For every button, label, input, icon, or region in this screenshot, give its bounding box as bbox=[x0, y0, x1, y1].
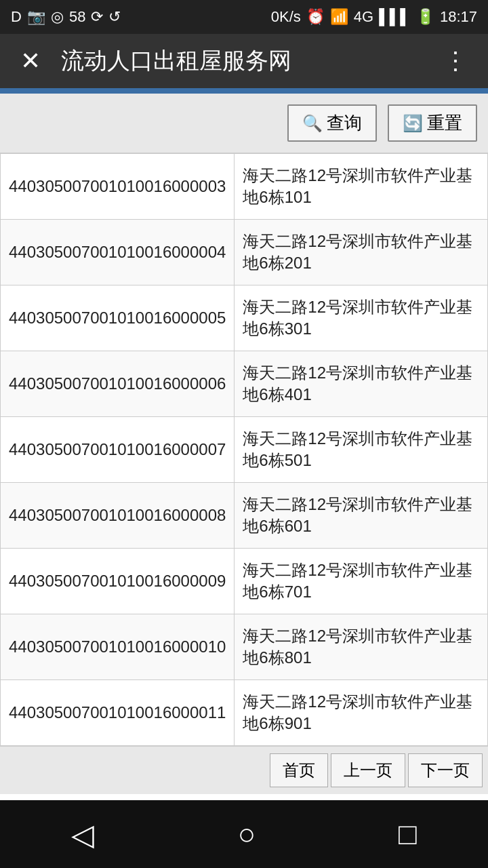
table-cell-id: 440305007001010016000003 bbox=[1, 154, 235, 220]
table-cell-address: 海天二路12号深圳市软件产业基地6栋201 bbox=[235, 220, 488, 285]
table-cell-id: 440305007001010016000007 bbox=[1, 417, 235, 483]
status-left-icons: D 📷 ◎ 58 ⟳ ↺ bbox=[11, 8, 121, 26]
status-right-icons: 0K/s ⏰ 📶 4G ▌▌▌ 🔋 18:17 bbox=[271, 8, 477, 26]
table-cell-id: 440305007001010016000006 bbox=[1, 351, 235, 417]
reset-icon: 🔄 bbox=[403, 114, 423, 133]
circle-icon: ◎ bbox=[51, 8, 64, 26]
table-cell-address: 海天二路12号深圳市软件产业基地6栋701 bbox=[235, 549, 488, 614]
table-cell-id: 440305007001010016000005 bbox=[1, 285, 235, 351]
table-cell-address: 海天二路12号深圳市软件产业基地6栋501 bbox=[235, 417, 488, 483]
table-row[interactable]: 440305007001010016000005海天二路12号深圳市软件产业基地… bbox=[1, 285, 488, 351]
app-title: 流动人口出租屋服务网 bbox=[61, 45, 423, 77]
wifi-icon: 📶 bbox=[330, 8, 348, 26]
query-button[interactable]: 🔍 查询 bbox=[287, 104, 377, 142]
time-label: 18:17 bbox=[440, 8, 477, 26]
table-cell-address: 海天二路12号深圳市软件产业基地6栋801 bbox=[235, 614, 488, 680]
table-cell-address: 海天二路12号深圳市软件产业基地6栋901 bbox=[235, 680, 488, 746]
next-page-button[interactable]: 下一页 bbox=[408, 753, 483, 787]
camera-icon: 📷 bbox=[27, 8, 45, 26]
table-row[interactable]: 440305007001010016000010海天二路12号深圳市软件产业基地… bbox=[1, 614, 488, 680]
table-cell-address: 海天二路12号深圳市软件产业基地6栋301 bbox=[235, 285, 488, 351]
table-cell-address: 海天二路12号深圳市软件产业基地6栋601 bbox=[235, 483, 488, 549]
table-cell-id: 440305007001010016000010 bbox=[1, 614, 235, 680]
nav-bar: ◁ ○ □ bbox=[0, 800, 488, 868]
refresh-icon: ⟳ bbox=[91, 8, 103, 26]
status-bar: D 📷 ◎ 58 ⟳ ↺ 0K/s ⏰ 📶 4G ▌▌▌ 🔋 18:17 bbox=[0, 0, 488, 34]
table-row[interactable]: 440305007001010016000004海天二路12号深圳市软件产业基地… bbox=[1, 220, 488, 285]
close-button[interactable]: ✕ bbox=[14, 44, 47, 78]
table-cell-id: 440305007001010016000004 bbox=[1, 220, 235, 285]
undo-icon: ↺ bbox=[108, 8, 121, 26]
first-page-button[interactable]: 首页 bbox=[270, 753, 328, 787]
table-row[interactable]: 440305007001010016000006海天二路12号深圳市软件产业基地… bbox=[1, 351, 488, 417]
top-blue-bar bbox=[0, 88, 488, 94]
signal-bars: ▌▌▌ bbox=[379, 8, 411, 26]
reset-label: 重置 bbox=[427, 111, 462, 135]
alarm-icon: ⏰ bbox=[306, 8, 325, 26]
battery-icon: 🔋 bbox=[416, 8, 434, 26]
data-table: 440305007001010016000003海天二路12号深圳市软件产业基地… bbox=[0, 153, 488, 746]
menu-button[interactable]: ⋮ bbox=[436, 44, 474, 78]
table-row[interactable]: 440305007001010016000007海天二路12号深圳市软件产业基地… bbox=[1, 417, 488, 483]
app-bar: ✕ 流动人口出租屋服务网 ⋮ bbox=[0, 34, 488, 88]
home-button[interactable]: ○ bbox=[217, 810, 276, 858]
search-toolbar: 🔍 查询 🔄 重置 bbox=[0, 94, 488, 153]
search-icon: 🔍 bbox=[302, 114, 323, 133]
table-row[interactable]: 440305007001010016000009海天二路12号深圳市软件产业基地… bbox=[1, 549, 488, 614]
table-cell-address: 海天二路12号深圳市软件产业基地6栋401 bbox=[235, 351, 488, 417]
table-cell-id: 440305007001010016000009 bbox=[1, 549, 235, 614]
table-row[interactable]: 440305007001010016000008海天二路12号深圳市软件产业基地… bbox=[1, 483, 488, 549]
table-cell-id: 440305007001010016000011 bbox=[1, 680, 235, 746]
table-body: 440305007001010016000003海天二路12号深圳市软件产业基地… bbox=[1, 154, 488, 746]
table-row[interactable]: 440305007001010016000003海天二路12号深圳市软件产业基地… bbox=[1, 154, 488, 220]
prev-page-button[interactable]: 上一页 bbox=[331, 753, 405, 787]
signal-num: 58 bbox=[69, 8, 85, 26]
speed-label: 0K/s bbox=[271, 8, 301, 26]
reset-button[interactable]: 🔄 重置 bbox=[388, 104, 477, 142]
d-icon: D bbox=[11, 8, 22, 26]
table-cell-id: 440305007001010016000008 bbox=[1, 483, 235, 549]
back-button[interactable]: ◁ bbox=[51, 810, 115, 859]
4g-label: 4G bbox=[354, 8, 373, 26]
pagination-row: 首页 上一页 下一页 bbox=[0, 746, 488, 794]
table-cell-address: 海天二路12号深圳市软件产业基地6栋101 bbox=[235, 154, 488, 220]
query-label: 查询 bbox=[327, 111, 362, 135]
recent-button[interactable]: □ bbox=[378, 810, 437, 858]
table-row[interactable]: 440305007001010016000011海天二路12号深圳市软件产业基地… bbox=[1, 680, 488, 746]
